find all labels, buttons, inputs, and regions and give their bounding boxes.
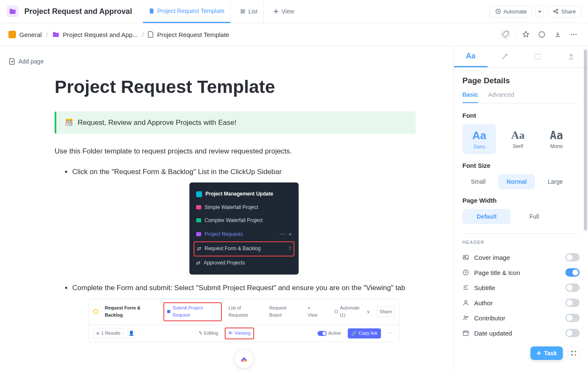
font-label: Font [462,112,580,119]
automate-dropdown[interactable] [536,5,544,18]
download-button[interactable] [552,29,564,40]
svg-point-3 [556,12,558,14]
space-icon [8,31,16,38]
svg-rect-16 [463,331,468,336]
share-button[interactable]: Share [547,5,581,18]
breadcrumb-general[interactable]: General [8,31,42,38]
font-serif[interactable]: AaSerif [501,124,535,154]
panel-tab-wand[interactable] [488,46,521,67]
step-1[interactable]: Click on the "Request Form & Backlog" Li… [72,166,416,275]
toggle-cover-image: Cover image [462,250,580,265]
intro-paragraph[interactable]: Use this Folder template to request proj… [55,145,416,157]
panel-tab-stars[interactable] [521,46,555,67]
svg-point-7 [575,34,577,35]
toggle-subtitle: Subtitle [462,280,580,295]
author-icon [462,299,469,306]
page-title-toggle[interactable] [565,268,580,277]
status-icon [93,309,98,314]
favorite-button[interactable] [520,29,532,40]
date-updated-toggle[interactable] [565,329,580,337]
breadcrumb-bar: General / Project Request and App... / P… [0,23,588,46]
subtab-basic[interactable]: Basic [462,91,478,103]
callout-block[interactable]: 🎊 Request, Review and Approve Projects w… [55,111,416,134]
folder-icon [196,218,201,222]
svg-point-5 [571,34,572,35]
svg-point-9 [335,310,338,313]
svg-rect-8 [167,310,171,314]
embedded-screenshot-sidebar: Project Management Update Simple Waterfa… [189,182,299,274]
subtab-advanced[interactable]: Advanced [488,91,514,103]
cover-image-toggle[interactable] [565,253,580,262]
image-icon [462,254,469,261]
svg-point-20 [575,354,576,356]
add-page-button[interactable]: Add page [9,58,454,65]
workspace-title: Project Request and Approval [24,7,132,16]
svg-point-14 [464,316,466,317]
size-large[interactable]: Large [539,174,571,189]
page-title[interactable]: Project Request Template [55,77,416,97]
svg-point-1 [554,11,555,12]
header-section-label: HEADER [462,240,580,245]
callout-text: Request, Review and Approve Projects wit… [78,119,236,127]
step-2[interactable]: Complete the Form and submit: Select "Su… [72,282,416,368]
tag-icon-button[interactable] [499,29,511,40]
tab-label: List [248,8,257,15]
svg-point-4 [539,32,545,37]
toggle-date-updated: Date updated [462,325,580,341]
panel-tab-export[interactable] [554,46,588,67]
comments-button[interactable] [536,29,548,40]
panel-title: Page Details [462,76,580,85]
font-mono[interactable]: AaMono [540,124,573,154]
list-icon: ⇄ [196,259,200,267]
svg-point-13 [465,301,467,303]
date-icon [462,330,469,336]
width-full[interactable]: Full [515,209,553,224]
svg-point-6 [573,34,575,35]
embedded-screenshot-form: Request Form & Backlog Submit Project Re… [89,299,399,342]
subtitle-icon [462,284,469,291]
scrollbar[interactable] [584,50,587,230]
doc-icon [148,31,154,38]
tab-add-view[interactable]: View [267,0,300,23]
automate-button[interactable]: Automate [490,5,533,18]
top-bar: Project Request and Approval Project Req… [0,0,588,23]
list-icon: ⇄ [197,245,201,253]
svg-point-18 [575,351,576,352]
tab-list[interactable]: List [234,0,264,23]
svg-point-2 [556,9,558,11]
active-toggle [318,331,327,336]
apps-button[interactable] [567,346,580,360]
contributor-toggle[interactable] [565,314,580,322]
size-normal[interactable]: Normal [498,174,535,189]
breadcrumb-current[interactable]: Project Request Template [148,31,229,38]
font-size-label: Font Size [462,162,580,169]
main-area: Add page Project Request Template 🎊 Requ… [0,46,588,370]
celebrate-icon: 🎊 [65,118,74,127]
subtitle-toggle[interactable] [565,283,580,292]
svg-point-19 [571,354,573,356]
workspace-icon [196,191,202,197]
folder-icon [52,31,60,38]
width-default[interactable]: Default [462,209,511,224]
more-button[interactable] [568,29,580,40]
svg-point-17 [571,351,573,352]
toggle-page-title: Page title & Icon [462,265,580,280]
tab-label: Project Request Template [157,8,224,14]
svg-point-15 [467,316,468,317]
author-toggle[interactable] [565,299,580,307]
toggle-contributor: Contributor [462,310,580,325]
breadcrumb-separator: / [46,31,47,38]
workspace-folder-icon[interactable] [7,5,18,17]
clickup-logo-icon [235,350,253,368]
breadcrumb-folder[interactable]: Project Request and App... [52,31,138,38]
toggle-author: Author [462,295,580,310]
size-small[interactable]: Small [462,174,494,189]
folder-icon [196,232,201,236]
tab-label: View [281,8,294,15]
contributor-icon [462,314,469,321]
tab-project-request-template[interactable]: Project Request Template [143,0,231,23]
new-task-button[interactable]: Task [530,346,563,360]
font-sans[interactable]: AaSans [462,124,496,154]
panel-tab-text[interactable]: Aa [454,46,488,67]
add-page-icon [9,58,15,65]
